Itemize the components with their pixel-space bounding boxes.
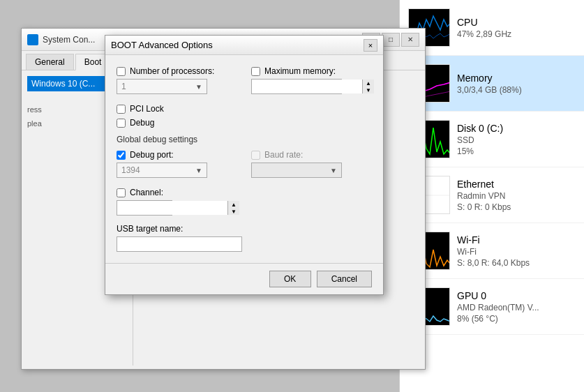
ethernet-info: Ethernet Radmin VPN S: 0 R: 0 Kbps bbox=[457, 179, 576, 212]
tm-item-ethernet[interactable]: Ethernet Radmin VPN S: 0 R: 0 Kbps bbox=[400, 167, 584, 223]
gpu-detail1: AMD Radeon(TM) V... bbox=[457, 303, 576, 312]
sysconfg-title: System Con... bbox=[43, 35, 95, 45]
max-memory-spinbox-buttons: ▲ ▼ bbox=[362, 80, 374, 93]
memory-detail: 3,0/3,4 GB (88%) bbox=[457, 85, 576, 95]
memory-info: Memory 3,0/3,4 GB (88%) bbox=[457, 73, 576, 95]
maximize-button[interactable]: □ bbox=[382, 33, 400, 47]
channel-down-button[interactable]: ▼ bbox=[228, 208, 239, 215]
tm-item-gpu[interactable]: GPU 0 AMD Radeon(TM) V... 8% (56 °C) bbox=[400, 279, 584, 335]
num-processors-value: 1 bbox=[121, 82, 126, 91]
max-memory-label: Maximum memory: bbox=[264, 66, 336, 76]
baud-rate-checkbox[interactable] bbox=[251, 151, 260, 160]
debug-port-arrow-icon: ▼ bbox=[195, 167, 202, 174]
wifi-detail2: S: 8,0 R: 64,0 Kbps bbox=[457, 258, 576, 268]
ok-button[interactable]: OK bbox=[269, 271, 311, 287]
debug-port-label-row: Debug port: bbox=[117, 150, 237, 160]
disk-detail2: 15% bbox=[457, 146, 576, 156]
debug-checkbox[interactable] bbox=[117, 119, 126, 128]
channel-label-row: Channel: bbox=[117, 188, 372, 197]
cpu-name: CPU bbox=[457, 17, 576, 28]
debug-row: Debug bbox=[117, 118, 372, 128]
debug-port-checkbox[interactable] bbox=[117, 151, 126, 160]
max-memory-spinbox: 0 ▲ ▼ bbox=[251, 79, 342, 94]
debug-label: Debug bbox=[130, 118, 154, 128]
memory-name: Memory bbox=[457, 73, 576, 84]
baud-rate-label: Baud rate: bbox=[264, 150, 303, 160]
gpu-detail2: 8% (56 °C) bbox=[457, 314, 576, 324]
tm-item-wifi[interactable]: Wi-Fi Wi-Fi S: 8,0 R: 64,0 Kbps bbox=[400, 223, 584, 279]
boot-adv-dialog: BOOT Advanced Options × Number of proces… bbox=[105, 35, 384, 295]
usb-target-label: USB target name: bbox=[117, 224, 372, 234]
baud-rate-arrow-icon: ▼ bbox=[330, 167, 337, 174]
cpu-detail: 47% 2,89 GHz bbox=[457, 29, 576, 39]
channel-input[interactable]: 0 bbox=[117, 201, 227, 215]
channel-spinbox-buttons: ▲ ▼ bbox=[227, 201, 239, 215]
boot-adv-title: BOOT Advanced Options bbox=[111, 40, 213, 50]
channel-label: Channel: bbox=[130, 188, 163, 197]
debug-port-col: Debug port: 1394 ▼ bbox=[117, 150, 237, 178]
max-memory-input[interactable]: 0 bbox=[252, 80, 362, 93]
debug-port-label: Debug port: bbox=[130, 150, 174, 160]
num-processors-col: Number of processors: 1 ▼ bbox=[117, 66, 237, 94]
num-processors-label: Number of processors: bbox=[130, 66, 214, 76]
num-processors-arrow-icon: ▼ bbox=[195, 83, 202, 91]
baud-rate-dropdown: ▼ bbox=[251, 163, 342, 178]
num-processors-checkbox[interactable] bbox=[117, 67, 126, 76]
wifi-name: Wi-Fi bbox=[457, 234, 576, 246]
baud-rate-col: Baud rate: ▼ bbox=[251, 150, 372, 178]
max-memory-checkbox[interactable] bbox=[251, 67, 260, 76]
disk-info: Disk 0 (C:) SSD 15% bbox=[457, 123, 576, 156]
gpu-name: GPU 0 bbox=[457, 290, 576, 301]
pci-lock-label: PCI Lock bbox=[130, 104, 164, 114]
gpu-info: GPU 0 AMD Radeon(TM) V... 8% (56 °C) bbox=[457, 290, 576, 324]
max-memory-down-button[interactable]: ▼ bbox=[363, 86, 374, 93]
ethernet-detail1: Radmin VPN bbox=[457, 191, 576, 201]
max-memory-col: Maximum memory: 0 ▲ ▼ bbox=[251, 66, 372, 94]
debug-port-baud-row: Debug port: 1394 ▼ Baud rate: ▼ bbox=[117, 150, 372, 178]
baud-rate-label-row: Baud rate: bbox=[251, 150, 372, 160]
global-debug-label: Global debug settings bbox=[117, 135, 372, 144]
debug-port-dropdown[interactable]: 1394 ▼ bbox=[117, 163, 207, 178]
cancel-button[interactable]: Cancel bbox=[317, 271, 372, 287]
tab-general[interactable]: General bbox=[26, 54, 74, 70]
boot-adv-close-button[interactable]: × bbox=[364, 39, 377, 52]
disk-detail1: SSD bbox=[457, 135, 576, 145]
num-processors-label-row: Number of processors: bbox=[117, 66, 237, 76]
channel-up-button[interactable]: ▲ bbox=[228, 201, 239, 208]
disk-name: Disk 0 (C:) bbox=[457, 123, 576, 134]
boot-adv-body: Number of processors: 1 ▼ Maximum memory… bbox=[105, 55, 383, 263]
boot-adv-footer: OK Cancel bbox=[105, 263, 383, 294]
wifi-info: Wi-Fi Wi-Fi S: 8,0 R: 64,0 Kbps bbox=[457, 234, 576, 268]
processors-memory-row: Number of processors: 1 ▼ Maximum memory… bbox=[117, 66, 372, 94]
channel-section: Channel: 0 ▲ ▼ bbox=[117, 188, 372, 216]
cpu-info: CPU 47% 2,89 GHz bbox=[457, 17, 576, 39]
channel-spinbox: 0 ▲ ▼ bbox=[117, 200, 172, 216]
pci-lock-row: PCI Lock bbox=[117, 104, 372, 114]
num-processors-dropdown[interactable]: 1 ▼ bbox=[117, 79, 207, 94]
pci-lock-checkbox[interactable] bbox=[117, 105, 126, 114]
usb-target-section: USB target name: bbox=[117, 224, 372, 252]
usb-target-input[interactable] bbox=[117, 236, 242, 252]
max-memory-up-button[interactable]: ▲ bbox=[363, 80, 374, 86]
debug-port-value: 1394 bbox=[121, 165, 140, 175]
boot-adv-titlebar: BOOT Advanced Options × bbox=[105, 36, 383, 55]
close-button[interactable]: ✕ bbox=[401, 33, 419, 47]
ethernet-name: Ethernet bbox=[457, 179, 576, 190]
sysconfg-icon bbox=[27, 34, 38, 45]
channel-checkbox[interactable] bbox=[117, 188, 126, 197]
tm-item-disk[interactable]: Disk 0 (C:) SSD 15% bbox=[400, 112, 584, 167]
max-memory-label-row: Maximum memory: bbox=[251, 66, 372, 76]
tm-item-cpu[interactable]: CPU 47% 2,89 GHz bbox=[400, 0, 584, 56]
wifi-detail1: Wi-Fi bbox=[457, 247, 576, 257]
taskmanager-panel: CPU 47% 2,89 GHz Memory 3,0/3,4 GB (88%)… bbox=[399, 0, 584, 392]
ethernet-detail2: S: 0 R: 0 Kbps bbox=[457, 202, 576, 212]
tm-item-memory[interactable]: Memory 3,0/3,4 GB (88%) bbox=[400, 56, 584, 112]
